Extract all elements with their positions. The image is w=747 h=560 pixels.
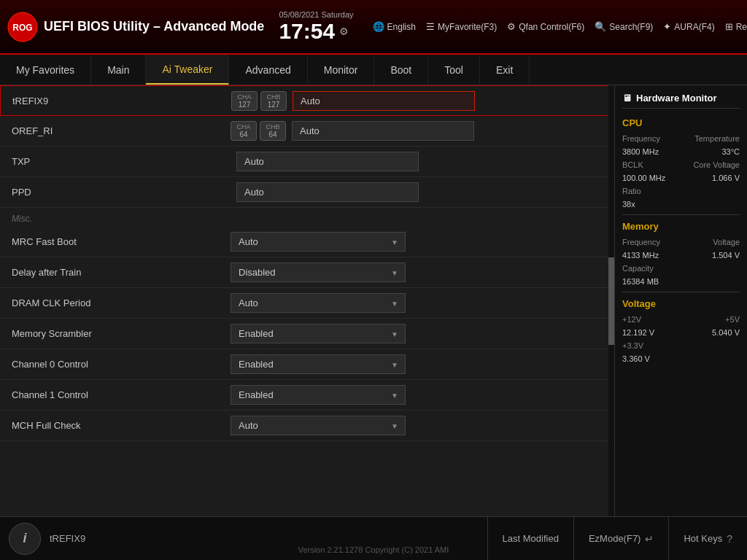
setting-label-txp: TXP [12,156,231,167]
dram-clk-period-control: Auto 1 2 [231,293,603,313]
dram-clk-period-wrapper: Auto 1 2 [231,293,406,313]
language-button[interactable]: 🌐 English [373,21,416,32]
trefix9-cha-badge: CHA 127 [231,91,258,111]
last-modified-button[interactable]: Last Modified [487,517,573,560]
memory-scrambler-control: Auto Enabled Disabled [231,324,603,343]
scrollbar[interactable] [608,85,614,516]
memory-section-title: Memory [622,221,740,232]
ez-mode-button[interactable]: EzMode(F7) ↵ [573,517,669,560]
mem-freq-row: Frequency Voltage [622,238,740,246]
favorite-icon: ☰ [426,21,435,32]
setting-label-memory-scrambler: Memory Scrambler [12,328,231,339]
setting-row-txp[interactable]: TXP [0,147,614,177]
setting-row-oref-ri[interactable]: OREF_RI CHA 64 CHB 64 [0,116,614,147]
delay-after-train-select[interactable]: Auto Disabled Enabled [231,262,406,282]
setting-label-mch-full-check: MCH Full Check [12,420,231,431]
oref-ri-badges: CHA 64 CHB 64 [231,121,286,141]
nav-advanced[interactable]: Advanced [229,55,307,85]
aura-button[interactable]: ✦ AURA(F4) [663,21,714,32]
channel-0-control-select[interactable]: Auto Enabled Disabled [231,354,406,374]
cpu-frequency-row: Frequency Temperature [622,134,740,143]
bottom-buttons: Last Modified EzMode(F7) ↵ Hot Keys ? [487,517,747,560]
setting-row-delay-after-train[interactable]: Delay after Train Auto Disabled Enabled [0,257,614,288]
app-title: UEFI BIOS Utility – Advanced Mode [44,19,264,34]
oref-ri-control [292,121,603,141]
cpu-bclk-value-row: 100.00 MHz 1.066 V [622,174,740,182]
mch-full-check-wrapper: Auto Enabled Disabled [231,416,406,435]
setting-row-channel-1-control[interactable]: Channel 1 Control Auto Enabled Disabled [0,380,614,411]
bottom-info-text: tREFIX9 [50,533,85,544]
info-icon: i [9,523,41,555]
mrc-fast-boot-select[interactable]: Auto Enabled Disabled [231,232,406,252]
txp-input[interactable] [236,152,419,171]
mrc-fast-boot-wrapper: Auto Enabled Disabled [231,232,406,252]
dram-clk-period-select[interactable]: Auto 1 2 [231,293,406,313]
navigation-bar: My Favorites Main Ai Tweaker Advanced Mo… [0,55,747,85]
nav-ai-tweaker[interactable]: Ai Tweaker [146,55,229,85]
channel-1-control-select[interactable]: Auto Enabled Disabled [231,385,406,405]
nav-tool[interactable]: Tool [428,55,480,85]
rog-logo-icon: ROG [7,12,38,42]
fan-icon: ⚙ [507,21,516,32]
date-display: 05/08/2021 Saturday [279,10,353,19]
setting-row-mch-full-check[interactable]: MCH Full Check Auto Enabled Disabled [0,411,614,441]
delay-after-train-control: Auto Disabled Enabled [231,262,603,282]
nav-exit[interactable]: Exit [480,55,530,85]
resize-bar-button[interactable]: ⊞ ReSize BAR [725,21,747,32]
version-text: Version 2.21.1278 Copyright (C) 2021 AMI [298,545,449,554]
nav-my-favorites[interactable]: My Favorites [0,55,91,85]
search-button[interactable]: 🔍 Search(F9) [595,21,653,32]
voltage-section-title: Voltage [622,298,740,309]
setting-row-memory-scrambler[interactable]: Memory Scrambler Auto Enabled Disabled [0,319,614,349]
qfan-button[interactable]: ⚙ Qfan Control(F6) [507,21,584,32]
nav-main[interactable]: Main [91,55,146,85]
time-area: 17:54 ⚙ [279,19,353,44]
search-icon: 🔍 [595,21,606,32]
setting-label-delay-after-train: Delay after Train [12,267,231,278]
logo-area: ROG UEFI BIOS Utility – Advanced Mode [7,12,264,42]
nav-boot[interactable]: Boot [374,55,428,85]
mch-full-check-select[interactable]: Auto Enabled Disabled [231,416,406,435]
channel-1-control-control: Auto Enabled Disabled [231,385,603,405]
resize-icon: ⊞ [725,21,733,32]
time-display: 17:54 [279,19,335,44]
myfavorite-button[interactable]: ☰ MyFavorite(F3) [426,21,497,32]
hot-keys-button[interactable]: Hot Keys ? [668,517,747,560]
trefix9-chb-badge: CHB 127 [260,91,287,111]
hardware-monitor-panel: 🖥 Hardware Monitor CPU Frequency Tempera… [614,85,747,516]
setting-row-dram-clk-period[interactable]: DRAM CLK Period Auto 1 2 [0,288,614,319]
cpu-frequency-value-row: 3800 MHz 33°C [622,147,740,156]
voltage-12v-value-row: 12.192 V 5.040 V [622,328,740,337]
mem-capacity-value-row: 16384 MB [622,277,740,286]
setting-label-trefix9: tREFIX9 [12,96,231,106]
hw-monitor-title: 🖥 Hardware Monitor [622,93,740,109]
ppd-input[interactable] [236,182,419,202]
memory-voltage-divider [622,292,740,292]
main-content-area: tREFIX9 CHA 127 CHB 127 OREF_RI CHA 64 C… [0,85,614,516]
channel-0-control-wrapper: Auto Enabled Disabled [231,354,406,374]
setting-label-ppd: PPD [12,187,231,198]
setting-row-mrc-fast-boot[interactable]: MRC Fast Boot Auto Enabled Disabled [0,227,614,257]
date-time-area: 05/08/2021 Saturday 17:54 ⚙ [279,10,353,44]
setting-row-trefix9[interactable]: tREFIX9 CHA 127 CHB 127 [0,85,614,116]
delay-after-train-wrapper: Auto Disabled Enabled [231,262,406,282]
voltage-12v-row: +12V +5V [622,315,740,324]
globe-icon: 🌐 [373,21,384,32]
oref-ri-chb-badge: CHB 64 [260,121,286,141]
setting-row-channel-0-control[interactable]: Channel 0 Control Auto Enabled Disabled [0,349,614,380]
oref-ri-input[interactable] [292,121,474,141]
memory-scrambler-select[interactable]: Auto Enabled Disabled [231,324,406,343]
setting-row-ppd[interactable]: PPD [0,177,614,208]
cpu-ratio-value-row: 38x [622,200,740,209]
mem-freq-value-row: 4133 MHz 1.504 V [622,251,740,260]
trefix9-input[interactable] [293,91,475,111]
hot-keys-icon: ? [727,533,732,545]
voltage-33v-value-row: 3.360 V [622,354,740,363]
nav-monitor[interactable]: Monitor [308,55,375,85]
svg-text:ROG: ROG [12,23,32,33]
scroll-thumb[interactable] [608,257,614,345]
top-toolbar: 🌐 English ☰ MyFavorite(F3) ⚙ Qfan Contro… [373,21,747,32]
settings-icon[interactable]: ⚙ [339,26,349,37]
misc-section-label: Misc. [0,208,614,227]
ppd-control [236,182,603,202]
